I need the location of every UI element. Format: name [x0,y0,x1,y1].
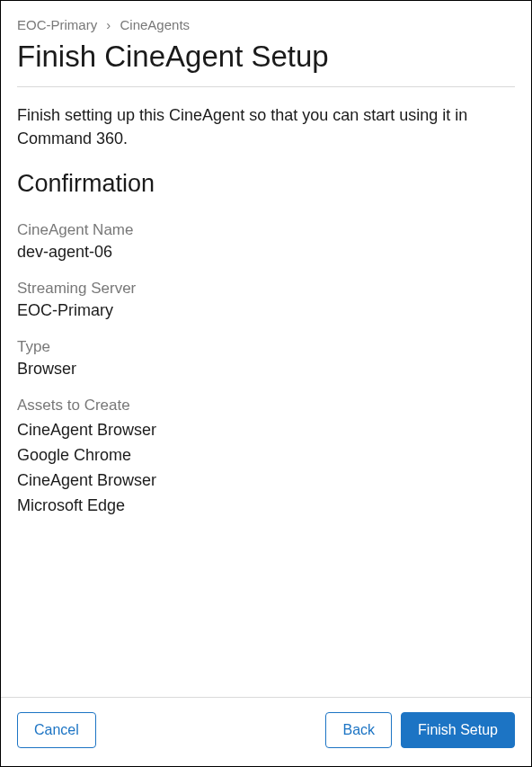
main-content: EOC-Primary › CineAgents Finish CineAgen… [1,1,531,697]
asset-item: Microsoft Edge [17,494,515,519]
intro-text: Finish setting up this CineAgent so that… [17,103,515,150]
field-label: Assets to Create [17,397,515,415]
asset-item: CineAgent Browser [17,468,515,494]
field-label: Streaming Server [17,280,515,298]
asset-item: Google Chrome [17,443,515,468]
field-label: CineAgent Name [17,221,515,239]
footer-bar: Cancel Back Finish Setup [1,697,531,766]
field-value: dev-agent-06 [17,243,515,262]
breadcrumb-current[interactable]: CineAgents [120,17,191,32]
cancel-button[interactable]: Cancel [17,712,96,748]
asset-item: CineAgent Browser [17,418,515,443]
field-value: EOC-Primary [17,301,515,320]
section-title: Confirmation [17,170,515,198]
field-cineagent-name: CineAgent Name dev-agent-06 [17,221,515,262]
footer-right-group: Back Finish Setup [325,712,515,748]
breadcrumb-parent[interactable]: EOC-Primary [17,17,97,32]
field-streaming-server: Streaming Server EOC-Primary [17,280,515,320]
field-assets: Assets to Create CineAgent Browser Googl… [17,397,515,519]
field-type: Type Browser [17,338,515,379]
breadcrumb: EOC-Primary › CineAgents [17,17,515,32]
field-label: Type [17,338,515,356]
back-button[interactable]: Back [325,712,392,748]
page-title: Finish CineAgent Setup [17,40,515,74]
title-divider [17,86,515,87]
field-value: Browser [17,360,515,379]
assets-list: CineAgent Browser Google Chrome CineAgen… [17,418,515,519]
finish-setup-button[interactable]: Finish Setup [401,712,515,748]
breadcrumb-separator-icon: › [106,17,111,32]
